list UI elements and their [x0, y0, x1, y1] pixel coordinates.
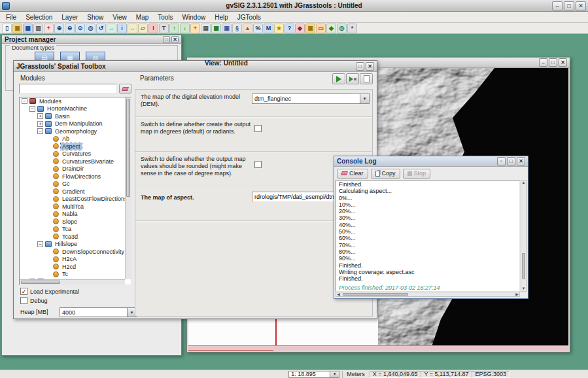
menu-item[interactable]: Map	[131, 13, 153, 22]
tree-toggle-icon[interactable]	[45, 218, 51, 224]
clear-filter-button[interactable]	[119, 84, 131, 94]
tree-item[interactable]: Tca	[20, 226, 125, 233]
tree-item[interactable]: Gradient	[20, 188, 125, 196]
tree-item[interactable]: DownSlopeConnectivity	[20, 248, 125, 256]
rounded-checkbox[interactable]	[254, 161, 262, 168]
tree-toggle-icon[interactable]	[45, 256, 51, 262]
measure-distance-icon[interactable]: ↔	[128, 24, 137, 33]
menu-item[interactable]: View	[108, 13, 131, 22]
arrow-up-icon[interactable]: ↑	[169, 24, 179, 33]
console-horizontal-scrollbar[interactable]: ◀ ▶	[336, 292, 520, 297]
maximize-icon[interactable]: □	[549, 58, 557, 67]
tree-item[interactable]: CurvaturesBivariate	[20, 158, 125, 165]
tools-icon[interactable]: T	[159, 24, 169, 33]
tree-item[interactable]: H2cA	[20, 256, 125, 264]
tree-item[interactable]: Gc	[20, 180, 125, 188]
scrollbar-thumb[interactable]	[522, 253, 525, 279]
scrollbar-thumb[interactable]	[343, 293, 408, 296]
stop-module-button[interactable]	[360, 73, 373, 84]
scale-combo[interactable]: 1: 18.895 ▼	[288, 371, 339, 378]
copy-button[interactable]: Copy	[371, 169, 400, 179]
select-point-icon[interactable]: +	[44, 24, 54, 33]
chart-icon[interactable]: ▲	[243, 24, 252, 33]
print-icon[interactable]: ▥	[33, 24, 43, 33]
open-project-icon[interactable]: ▣	[12, 24, 22, 33]
tree-item[interactable]: FlowDirections	[20, 173, 125, 180]
zoom-in-icon[interactable]: ⊕	[54, 24, 64, 33]
tree-toggle-icon[interactable]	[37, 128, 43, 134]
scrollbar-thumb[interactable]	[126, 99, 130, 197]
info-icon[interactable]: i	[117, 24, 127, 33]
tree-toggle-icon[interactable]	[45, 166, 51, 172]
tree-item[interactable]: Tca3d	[20, 233, 125, 241]
text-m-icon[interactable]: M	[264, 24, 273, 33]
tree-item[interactable]: Basin	[20, 112, 125, 120]
compass-icon[interactable]: ◆	[295, 24, 305, 33]
tree-toggle-icon[interactable]	[45, 249, 51, 254]
heap-combo[interactable]: 4000 ▼	[60, 307, 137, 317]
scroll-down-icon[interactable]: ▼	[521, 286, 526, 291]
zoom-window-icon[interactable]: ⊙	[75, 24, 85, 33]
help-icon[interactable]: ?	[285, 24, 294, 33]
layout-icon[interactable]: ▭	[316, 24, 326, 33]
tree-item[interactable]: HortonMachine	[20, 105, 125, 113]
tree-item[interactable]: LeastCostFlowDirections	[20, 196, 125, 203]
menu-item[interactable]: File	[1, 13, 21, 22]
menu-item[interactable]: Selection	[21, 13, 57, 22]
tree-toggle-icon[interactable]	[45, 181, 51, 187]
stop-button[interactable]: Stop	[403, 169, 431, 179]
tree-horizontal-scrollbar[interactable]	[20, 279, 125, 284]
close-icon[interactable]: ✕	[171, 36, 179, 43]
degrees-checkbox[interactable]	[254, 125, 262, 132]
scroll-up-icon[interactable]: ▲	[521, 180, 526, 185]
close-icon[interactable]: ✕	[366, 62, 374, 71]
tree-toggle-icon[interactable]	[45, 211, 51, 217]
console-titlebar[interactable]: Console Log ▫ □ ✕	[334, 156, 528, 167]
console-vertical-scrollbar[interactable]: ▲ ▼	[521, 180, 527, 292]
zoom-previous-icon[interactable]: ↺	[96, 24, 106, 33]
tree-toggle-icon[interactable]	[45, 264, 51, 269]
tree-toggle-icon[interactable]	[45, 203, 51, 209]
scrollbar-thumb[interactable]	[21, 281, 60, 284]
gear-icon[interactable]: *	[347, 24, 357, 33]
close-icon[interactable]: ✕	[559, 58, 567, 67]
scroll-right-icon[interactable]: ▶	[515, 292, 519, 297]
tree-item[interactable]: Dem Manipulation	[20, 120, 125, 128]
tree-toggle-icon[interactable]	[45, 158, 51, 164]
pan-icon[interactable]: ↔	[107, 24, 116, 33]
dem-map-combo[interactable]: dtm_flanginec ▼	[252, 94, 370, 104]
tree-toggle-icon[interactable]	[45, 136, 51, 142]
attribute-table-icon[interactable]: ▤	[201, 24, 211, 33]
scripting-icon[interactable]: §	[232, 24, 242, 33]
tree-toggle-icon[interactable]	[37, 113, 43, 119]
chevron-down-icon[interactable]: ▼	[360, 94, 369, 103]
tree-item[interactable]: Slope	[20, 218, 125, 226]
tree-toggle-icon[interactable]	[45, 151, 51, 157]
tree-item[interactable]: Hillslope	[20, 241, 125, 249]
console-log-area[interactable]: Finished. Calculating aspect... 0%... 10…	[336, 180, 520, 292]
tree-item[interactable]: DrainDir	[20, 165, 125, 173]
menu-item[interactable]: JGTools	[233, 13, 266, 22]
project-manager-titlebar[interactable]: Project manager □ ✕	[2, 35, 181, 44]
tree-toggle-icon[interactable]	[45, 143, 51, 149]
folder-icon[interactable]: ▣	[305, 24, 315, 33]
grid-icon[interactable]: ▦	[211, 24, 221, 33]
tree-toggle-icon[interactable]	[45, 196, 51, 202]
new-document-icon[interactable]: ▯	[2, 24, 12, 33]
tree-item[interactable]: Tc	[20, 271, 125, 279]
toolbox-titlebar[interactable]: JGrasstools' Spatial Toolbox □ ✕	[14, 61, 377, 72]
maximize-icon[interactable]: □	[507, 157, 515, 165]
debug-row[interactable]: Debug	[20, 297, 48, 304]
menu-item[interactable]: Layer	[57, 13, 82, 22]
tree-toggle-icon[interactable]	[45, 271, 51, 277]
save-icon[interactable]: ▦	[23, 24, 33, 33]
minimize-icon[interactable]: –	[539, 58, 547, 67]
tree-toggle-icon[interactable]	[22, 98, 27, 104]
minimize-icon[interactable]: –	[552, 1, 562, 10]
menu-item[interactable]: Tools	[153, 13, 177, 22]
menu-item[interactable]: Window	[178, 13, 211, 22]
tree-item[interactable]: H2cd	[20, 263, 125, 271]
tree-vertical-scrollbar[interactable]	[125, 97, 131, 279]
tree-toggle-icon[interactable]	[37, 121, 43, 127]
tree-item[interactable]: Nabla	[20, 211, 125, 218]
